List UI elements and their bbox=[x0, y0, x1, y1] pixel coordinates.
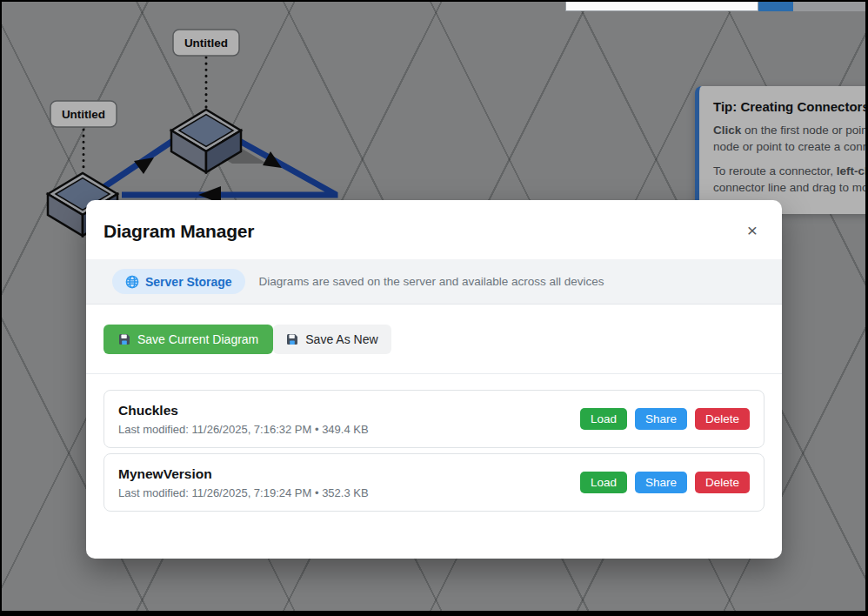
diagram-meta: Last modified: 11/26/2025, 7:16:32 PM • … bbox=[118, 423, 369, 436]
diagram-name: MynewVersion bbox=[118, 466, 369, 482]
diagram-manager-modal: Diagram Manager × Server Storage Diagram… bbox=[86, 200, 782, 559]
diagram-row-chuckles: Chuckles Last modified: 11/26/2025, 7:16… bbox=[103, 390, 765, 448]
row-info: Chuckles Last modified: 11/26/2025, 7:16… bbox=[118, 403, 369, 436]
diagram-name: Chuckles bbox=[118, 403, 369, 418]
topbar-button[interactable] bbox=[758, 2, 793, 11]
server-storage-badge: Server Storage bbox=[112, 269, 245, 294]
topbar bbox=[565, 2, 865, 11]
save-current-diagram-button[interactable]: Save Current Diagram bbox=[103, 325, 273, 354]
topbar-strip bbox=[793, 2, 865, 11]
modal-title: Diagram Manager bbox=[103, 221, 254, 242]
storage-description: Diagrams are saved on the server and ava… bbox=[259, 275, 604, 288]
app-window: Untitled Untitled Tip: Creating Connecto… bbox=[0, 0, 868, 616]
load-button[interactable]: Load bbox=[580, 472, 627, 493]
storage-bar: Server Storage Diagrams are saved on the… bbox=[86, 259, 782, 305]
globe-icon bbox=[125, 275, 139, 289]
modal-header: Diagram Manager × bbox=[86, 200, 782, 259]
row-actions: Load Share Delete bbox=[580, 408, 750, 430]
save-as-new-button[interactable]: Save As New bbox=[273, 325, 391, 354]
row-info: MynewVersion Last modified: 11/26/2025, … bbox=[118, 466, 369, 499]
save-actions: Save Current Diagram Save As New bbox=[86, 305, 782, 373]
delete-button[interactable]: Delete bbox=[695, 408, 750, 430]
row-actions: Load Share Delete bbox=[580, 472, 750, 493]
load-button[interactable]: Load bbox=[580, 408, 627, 430]
diagram-row-mynewversion: MynewVersion Last modified: 11/26/2025, … bbox=[103, 453, 765, 512]
share-button[interactable]: Share bbox=[635, 408, 687, 430]
topbar-input[interactable] bbox=[565, 2, 758, 11]
diagram-meta: Last modified: 11/26/2025, 7:19:24 PM • … bbox=[118, 486, 369, 499]
delete-button[interactable]: Delete bbox=[695, 472, 750, 493]
floppy-icon bbox=[286, 333, 298, 345]
share-button[interactable]: Share bbox=[635, 472, 687, 493]
floppy-icon bbox=[118, 333, 130, 345]
saved-diagrams-list: Chuckles Last modified: 11/26/2025, 7:16… bbox=[86, 373, 782, 559]
close-icon[interactable]: × bbox=[745, 221, 759, 239]
server-storage-label: Server Storage bbox=[145, 275, 232, 289]
